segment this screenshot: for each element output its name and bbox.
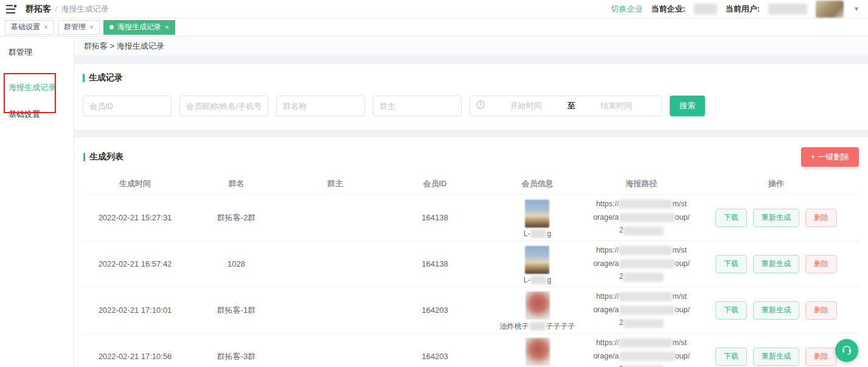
current-user-value-redacted [768,4,807,15]
column-header-poster-path: 海报路径 [626,178,658,189]
member-name: 子子子子 [546,321,575,332]
download-button[interactable]: 下载 [715,255,747,273]
path-redacted [619,292,672,301]
tab-poster-records[interactable]: 海报生成记录 × [103,20,175,35]
end-time-placeholder[interactable]: 结束时间 [578,100,656,111]
top-header: 群拓客 / 海报生成记录 切换企业 当前企业: 当前用户: ▼ [0,0,868,18]
member-avatar [526,292,550,320]
main-content: 群拓客 > 海报生成记录 生成记录 [74,37,868,367]
download-button[interactable]: 下载 [715,301,747,320]
fold-menu-icon[interactable] [6,4,17,14]
member-name-redacted [530,322,546,330]
tab-label: 海报生成记录 [117,22,161,32]
tab-close-icon[interactable]: × [89,23,94,32]
delete-button[interactable]: 删除 [805,255,837,273]
tab-close-icon[interactable]: × [44,23,48,32]
regenerate-button[interactable]: 重新生成 [753,301,799,320]
sidebar: 群管理 海报生成记录 基础设置 [0,37,74,367]
search-button[interactable]: 搜索 [670,96,705,116]
active-tab-dot [109,25,114,29]
download-button[interactable]: 下载 [715,348,747,366]
table-row: 2022-02-21 15:27:31 群拓客-2群 164138 L-g ht… [83,195,859,241]
cell-member-info: L-g [524,197,551,238]
sidebar-item-poster-records[interactable]: 海报生成记录 [0,82,74,94]
member-name: L- [524,229,530,238]
download-button[interactable]: 下载 [715,209,747,227]
member-name: g [547,276,551,284]
column-header-member-info: 会员信息 [522,178,554,189]
sidebar-item-basic-settings[interactable]: 基础设置 [0,108,74,121]
cell-time: 2022-02-21 17:10:56 [99,352,172,361]
path-redacted [619,306,675,315]
chevron-down-icon[interactable]: ▼ [853,5,859,12]
member-nickname-input[interactable] [179,96,268,116]
search-card: 生成记录 开始时间 至 结束时间 [74,64,868,130]
current-company-label: 当前企业: [651,4,685,15]
cell-member-id: 164203 [422,352,448,361]
column-header-actions: 操作 [768,178,784,189]
regenerate-button[interactable]: 重新生成 [753,255,799,273]
cell-group-name: 1028 [227,259,245,268]
delete-button[interactable]: 删除 [805,301,837,320]
section-title-text: 生成列表 [89,152,123,163]
path-redacted [619,213,675,222]
section-title-bar [83,153,85,161]
page-breadcrumb: 群拓客 > 海报生成记录 [74,37,868,56]
path-redacted [619,246,672,255]
date-range-picker[interactable]: 开始时间 至 结束时间 [470,96,662,116]
tab-close-icon[interactable]: × [165,23,169,32]
sidebar-item-group-management[interactable]: 群管理 [0,46,74,58]
path-redacted [619,259,675,268]
list-card: 生成列表 + 一键删除 生成时间 群名 群主 会员ID 会员信息 海报路径 操作… [74,138,868,367]
path-redacted [619,352,675,361]
table-header-row: 生成时间 群名 群主 会员ID 会员信息 海报路径 操作 [83,173,859,195]
table-row: 2022-02-21 16:57:42 1028 164138 L-g http… [83,241,859,287]
path-redacted [619,338,672,348]
regenerate-button[interactable]: 重新生成 [753,348,799,366]
group-name-input[interactable] [276,96,365,116]
column-header-group-name: 群名 [229,178,245,189]
cell-group-name: 群拓客-3群 [217,351,256,362]
path-redacted [619,200,672,209]
support-fab-button[interactable] [835,339,858,362]
headset-icon [841,343,853,358]
regenerate-button[interactable]: 重新生成 [753,209,799,227]
cell-group-name: 群拓客-1群 [217,305,256,316]
cell-member-id: 164138 [422,213,448,222]
breadcrumb-page: 海报生成记录 [61,4,109,13]
cell-poster-path: https://m/st orage/aoup/ 2 [593,337,690,367]
section-title-list: 生成列表 [83,152,123,163]
cell-member-id: 164138 [422,259,448,268]
member-name: 油炸桃子 [500,321,529,332]
section-title-search: 生成记录 [83,72,859,83]
member-name-redacted [530,276,546,284]
member-name: g [547,229,551,238]
cell-actions: 下载 重新生成 删除 [715,348,837,366]
date-range-separator: 至 [568,100,575,111]
delete-button[interactable]: 删除 [805,348,837,366]
cell-member-info: 油炸桃子子子子子 [500,289,575,332]
section-title-text: 生成记录 [89,72,123,83]
breadcrumb-app[interactable]: 群拓客 [26,4,51,13]
cell-group-name: 群拓客-2群 [217,212,256,223]
batch-delete-button[interactable]: + 一键删除 [801,147,859,167]
cell-poster-path: https://m/st orage/aoup/ 2 [593,290,690,330]
tab-basic-settings[interactable]: 基础设置 × [5,20,54,35]
start-time-placeholder[interactable]: 开始时间 [487,100,565,111]
member-avatar [525,200,549,228]
user-avatar[interactable] [816,1,844,18]
cell-time: 2022-02-21 17:10:01 [99,306,172,315]
cell-actions: 下载 重新生成 删除 [715,301,837,320]
tab-label: 基础设置 [11,22,40,32]
cell-time: 2022-02-21 16:57:42 [99,259,172,268]
switch-company-link[interactable]: 切换企业 [611,4,642,15]
group-owner-input[interactable] [373,96,462,116]
member-id-input[interactable] [83,96,172,116]
cell-member-id: 164203 [422,306,448,315]
current-company-value-redacted [694,4,717,15]
delete-button[interactable]: 删除 [805,209,837,227]
table-row: 2022-02-21 17:10:01 群拓客-1群 164203 油炸桃子子子… [83,287,859,334]
column-header-member-id: 会员ID [423,178,447,189]
tab-group-management[interactable]: 群管理 × [58,20,100,35]
cell-member-info: L-g [524,243,551,284]
